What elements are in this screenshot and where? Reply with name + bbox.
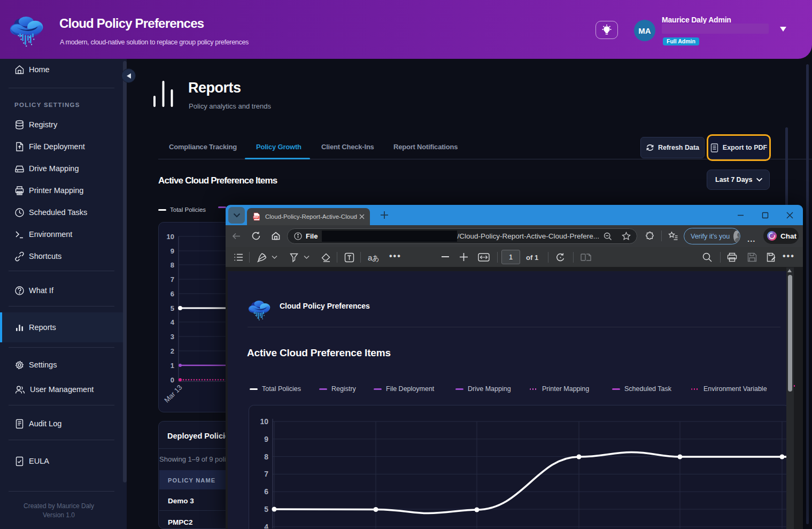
svg-text:10: 10 [260, 417, 268, 426]
svg-text:5: 5 [171, 304, 174, 312]
svg-text:6: 6 [171, 290, 174, 298]
svg-text:2: 2 [171, 347, 174, 355]
svg-text:PDF: PDF [253, 216, 258, 219]
svg-text:10: 10 [167, 233, 174, 241]
svg-text:3: 3 [171, 333, 174, 341]
svg-text:Mar 13: Mar 13 [163, 383, 183, 404]
svg-text:1: 1 [171, 362, 174, 370]
svg-text:4: 4 [171, 318, 175, 326]
svg-text:6: 6 [264, 487, 268, 496]
svg-text:9: 9 [171, 247, 174, 255]
svg-text:0: 0 [171, 376, 174, 384]
svg-text:9: 9 [264, 435, 268, 443]
svg-text:7: 7 [171, 275, 174, 283]
svg-text:8: 8 [264, 453, 268, 461]
svg-text:4: 4 [264, 523, 268, 528]
svg-text:8: 8 [171, 261, 174, 269]
svg-text:5: 5 [264, 505, 268, 513]
svg-text:7: 7 [264, 470, 268, 478]
